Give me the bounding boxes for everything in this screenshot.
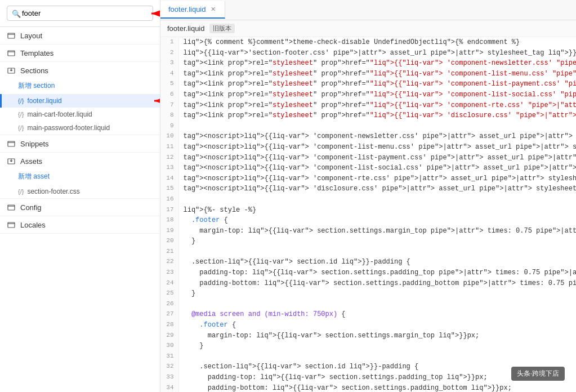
table-row: 21 [160,247,576,257]
line-content[interactable]: tag"><noscript>liq">{{liq-var"> 'compone… [178,153,576,163]
search-icon: 🔍 [12,9,21,17]
line-number: 2 [160,48,178,59]
line-content[interactable]: padding-bottom: liq">{{liq-var"> section… [178,278,576,289]
line-number: 13 [160,163,178,173]
line-number: 12 [160,153,178,163]
sidebar-item-sections-label: Sections [20,66,48,75]
line-content[interactable]: tag"><noscript>liq">{{liq-var"> 'disclos… [178,184,576,194]
line-content[interactable]: } [178,341,576,351]
line-number: 21 [160,247,178,257]
sidebar-item-config[interactable]: Config [0,199,160,216]
line-content[interactable]: } [178,236,576,247]
line-content[interactable]: tag"><link prop">rel="stylesheet" prop">… [178,110,576,121]
table-row: 12 tag"><noscript>liq">{{liq-var"> 'comp… [160,153,576,163]
table-row: 26 [160,299,576,310]
sidebar-item-layout[interactable]: Layout [0,27,160,44]
sidebar-file-main-password-footer-label: main-password-footer.liquid [27,124,110,132]
folder-icon-locales [7,220,16,229]
line-content[interactable]: padding-bottom: liq">{{liq-var"> section… [178,383,576,392]
sidebar-file-section-footer-css[interactable]: {/} section-footer.css [0,185,160,198]
line-content[interactable]: tag"><noscript>liq">{{liq-var"> 'compone… [178,142,576,153]
line-content[interactable]: liq">{% comment %}comment">theme-check-d… [178,37,576,48]
line-content[interactable]: tag"><noscript>liq">{{liq-var"> 'compone… [178,173,576,184]
sidebar-section-templates: Templates [0,44,160,62]
line-number: 7 [160,100,178,111]
sidebar-file-main-cart-footer-label: main-cart-footer.liquid [27,110,92,118]
table-row: 3 tag"><link prop">rel="stylesheet" prop… [160,58,576,69]
line-content[interactable] [178,194,576,205]
table-row: 8 tag"><link prop">rel="stylesheet" prop… [160,110,576,121]
line-content[interactable]: padding-top: liq">{{liq-var"> section.se… [178,372,576,383]
line-content[interactable]: @media screen and (min-width: 750px) { [178,309,576,320]
sidebar-file-main-cart-footer[interactable]: {/} main-cart-footer.liquid [0,108,160,121]
sidebar-file-section-footer-css-label: section-footer.css [27,188,79,195]
line-number: 28 [160,320,178,331]
table-row: 33 padding-top: liq">{{liq-var"> section… [160,372,576,383]
line-content[interactable]: .footer { [178,320,576,331]
table-row: 13 tag"><noscript>liq">{{liq-var"> 'comp… [160,163,576,173]
sidebar-section-layout: Layout [0,27,160,44]
sidebar-item-snippets-label: Snippets [20,140,49,148]
line-number: 30 [160,341,178,351]
line-content[interactable]: } [178,288,576,299]
line-content[interactable]: tag"><noscript>liq">{{liq-var"> 'compone… [178,163,576,173]
line-number: 19 [160,226,178,237]
line-number: 16 [160,194,178,205]
line-content[interactable]: tag"><noscript>liq">{{liq-var"> 'compone… [178,131,576,142]
line-content[interactable]: .section-liq">{{liq-var"> section.id liq… [178,257,576,268]
line-content[interactable]: tag"><link prop">rel="stylesheet" prop">… [178,58,576,69]
table-row: 11 tag"><noscript>liq">{{liq-var"> 'comp… [160,142,576,153]
line-content[interactable]: liq">{%- style -%} [178,205,576,216]
line-content[interactable]: tag"><link prop">rel="stylesheet" prop">… [178,100,576,111]
sidebar-item-config-label: Config [20,203,42,212]
code-editor[interactable]: 1 liq">{% comment %}comment">theme-check… [160,37,576,392]
line-content[interactable]: margin-top: liq">{{liq-var"> section.set… [178,226,576,237]
sidebar-item-templates-label: Templates [20,49,53,57]
table-row: 9 [160,121,576,132]
line-number: 33 [160,372,178,383]
line-content[interactable]: tag"><link prop">rel="stylesheet" prop">… [178,79,576,90]
table-row: 29 margin-top: liq">{{liq-var"> section.… [160,331,576,341]
sidebar-item-templates[interactable]: Templates [0,44,160,61]
red-arrow-file [151,94,160,108]
sidebar-item-assets[interactable]: Assets [0,153,160,170]
line-content[interactable]: tag"><link prop">rel="stylesheet" prop">… [178,69,576,79]
table-row: 5 tag"><link prop">rel="stylesheet" prop… [160,79,576,90]
sidebar-item-sections[interactable]: Sections [0,62,160,79]
tab-close-button[interactable]: ✕ [209,6,217,13]
line-content[interactable]: liq">{{liq-var">'section-footer.css' pip… [178,48,576,59]
table-row: 22 .section-liq">{{liq-var"> section.id … [160,257,576,268]
sidebar-item-locales[interactable]: Locales [0,216,160,233]
table-row: 28 .footer { [160,320,576,331]
line-content[interactable]: padding-top: liq">{{liq-var"> section.se… [178,268,576,278]
table-row: 34 padding-bottom: liq">{{liq-var"> sect… [160,383,576,392]
table-row: 16 [160,194,576,205]
sidebar: 🔍 Layout Templates [0,0,160,392]
line-content[interactable] [178,351,576,362]
sidebar-item-snippets[interactable]: Snippets [0,135,160,152]
line-content[interactable]: .footer { [178,215,576,226]
line-content[interactable] [178,247,576,257]
new-asset-link[interactable]: 新增 asset [0,170,160,185]
sidebar-file-main-password-footer[interactable]: {/} main-password-footer.liquid [0,121,160,135]
table-row: 31 [160,351,576,362]
new-section-link[interactable]: 新增 section [0,79,160,94]
table-row: 30 } [160,341,576,351]
line-number: 18 [160,215,178,226]
sidebar-file-footer-liquid[interactable]: {/} footer.liquid [0,94,160,108]
main-content: footer.liquid ✕ footer.liquid 旧版本 1 liq"… [160,0,576,392]
table-row: 20 } [160,236,576,247]
line-content[interactable]: margin-top: liq">{{liq-var"> section.set… [178,331,576,341]
folder-icon-templates [7,48,16,57]
line-content[interactable]: .section-liq">{{liq-var"> section.id liq… [178,362,576,372]
line-number: 27 [160,309,178,320]
tab-footer-liquid[interactable]: footer.liquid ✕ [160,1,225,19]
line-content[interactable]: tag"><link prop">rel="stylesheet" prop">… [178,90,576,100]
line-number: 3 [160,58,178,69]
search-input[interactable] [7,6,153,21]
line-content[interactable] [178,299,576,310]
sidebar-section-sections: Sections 新增 section {/} footer.liquid {/… [0,62,160,135]
line-content[interactable] [178,121,576,132]
code-table: 1 liq">{% comment %}comment">theme-check… [160,37,576,392]
file-icon-footer: {/} [18,97,24,104]
